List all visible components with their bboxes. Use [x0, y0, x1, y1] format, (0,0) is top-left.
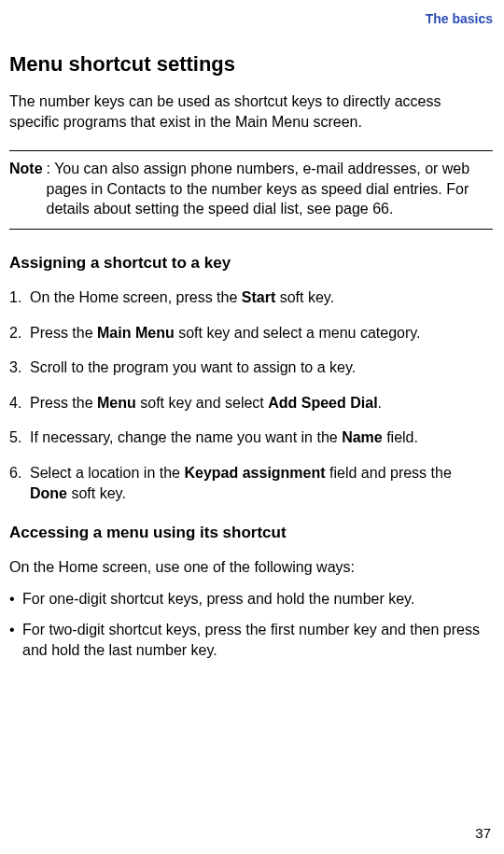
note-label: Note: [9, 159, 43, 219]
step-item: 1. On the Home screen, press the Start s…: [9, 287, 493, 308]
note-text: : You can also assign phone numbers, e-m…: [43, 159, 493, 219]
chapter-header: The basics: [9, 11, 493, 26]
step-text: Press the Menu soft key and select Add S…: [30, 393, 493, 413]
step-number: 4.: [9, 393, 30, 413]
bullet-item: • For two-digit shortcut keys, press the…: [9, 620, 493, 660]
intro-paragraph: The number keys can be used as shortcut …: [9, 91, 493, 132]
step-text: If necessary, change the name you want i…: [30, 427, 493, 448]
step-text: On the Home screen, press the Start soft…: [30, 287, 493, 308]
step-item: 3. Scroll to the program you want to ass…: [9, 357, 493, 378]
subsection-accessing-title: Accessing a menu using its shortcut: [9, 524, 493, 542]
step-item: 2. Press the Main Menu soft key and sele…: [9, 323, 493, 343]
step-item: 5. If necessary, change the name you wan…: [9, 427, 493, 448]
step-text: Select a location in the Keypad assignme…: [30, 463, 493, 503]
steps-list: 1. On the Home screen, press the Start s…: [9, 287, 493, 503]
step-number: 5.: [9, 427, 30, 448]
step-number: 3.: [9, 357, 30, 378]
bullet-list: • For one-digit shortcut keys, press and…: [9, 589, 493, 661]
subsection-assigning-title: Assigning a shortcut to a key: [9, 254, 493, 273]
step-item: 4. Press the Menu soft key and select Ad…: [9, 393, 493, 413]
step-text: Press the Main Menu soft key and select …: [30, 323, 493, 343]
bullet-item: • For one-digit shortcut keys, press and…: [9, 589, 493, 609]
step-item: 6. Select a location in the Keypad assig…: [9, 463, 493, 503]
step-number: 2.: [9, 323, 30, 343]
bullet-marker: •: [9, 589, 22, 609]
step-text: Scroll to the program you want to assign…: [30, 357, 493, 378]
bullet-text: For one-digit shortcut keys, press and h…: [22, 589, 414, 609]
step-number: 1.: [9, 287, 30, 308]
note-block: Note : You can also assign phone numbers…: [9, 150, 493, 230]
page-number: 37: [475, 825, 491, 841]
section-title: Menu shortcut settings: [9, 52, 493, 77]
bullet-marker: •: [9, 620, 22, 660]
step-number: 6.: [9, 463, 30, 503]
access-intro: On the Home screen, use one of the follo…: [9, 557, 493, 578]
bullet-text: For two-digit shortcut keys, press the f…: [22, 620, 493, 660]
